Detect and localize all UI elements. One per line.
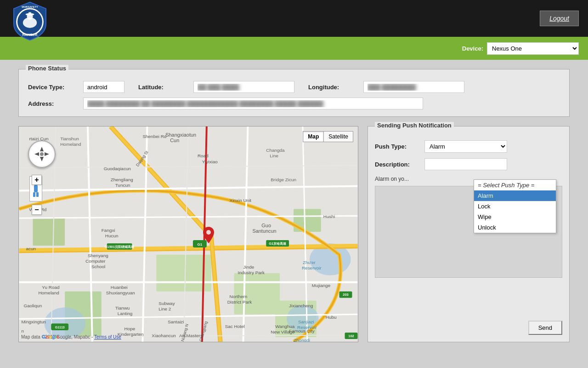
svg-text:Sac Hotel: Sac Hotel (225, 324, 245, 329)
svg-point-125 (40, 152, 44, 156)
logout-button[interactable]: Logout (540, 11, 579, 26)
push-type-select-container: = Select Push Type = Alarm Lock Wipe Unl… (424, 140, 507, 153)
svg-text:Lanting: Lanting (118, 311, 133, 316)
phone-status-panel: Phone Status Device Type: Latitude: Long… (18, 69, 570, 117)
svg-text:Hubu: Hubu (326, 315, 337, 320)
push-type-label: Push Type: (375, 143, 421, 150)
svg-point-130 (206, 230, 211, 235)
svg-text:Santuncun: Santuncun (252, 228, 276, 234)
svg-text:Jixiancheng: Jixiancheng (289, 303, 313, 308)
svg-text:203: 203 (343, 293, 348, 297)
latitude-input[interactable] (193, 81, 294, 93)
longitude-input[interactable] (363, 81, 464, 93)
svg-text:Mujiange: Mujiange (312, 283, 331, 288)
device-select[interactable]: Nexus One Device 2 (487, 42, 579, 55)
svg-text:Yiyixiao: Yiyixiao (202, 159, 218, 164)
map-type-controls: Map Satellite (303, 131, 353, 142)
svg-text:Yu Road: Yu Road (42, 285, 59, 290)
svg-text:District Park: District Park (227, 299, 252, 305)
bottom-area: G1 G1 G1501 G1501 G1113 Tianshun Homelan… (18, 126, 570, 342)
svg-text:New Village: New Village (271, 329, 295, 334)
svg-text:Homeland: Homeland (38, 290, 59, 295)
svg-text:RANGER: RANGER (23, 33, 38, 37)
svg-text:School: School (91, 264, 105, 269)
svg-text:Sanjiazi: Sanjiazi (298, 319, 314, 324)
svg-text:Shangxiaotun: Shangxiaotun (165, 132, 196, 138)
main-content: Phone Status Device Type: Latitude: Long… (0, 60, 588, 351)
map-marker (203, 227, 214, 245)
address-label: Address: (28, 100, 79, 107)
svg-text:Shenyang: Shenyang (88, 253, 108, 258)
device-type-row: Device Type: Latitude: Longitude: (28, 81, 560, 93)
dropdown-item-lock[interactable]: Lock (474, 201, 556, 212)
description-input[interactable] (424, 158, 507, 170)
address-row: Address: (28, 98, 560, 109)
dropdown-item-select[interactable]: = Select Push Type = (474, 180, 556, 190)
svg-text:Bridge Zicun: Bridge Zicun (271, 177, 296, 182)
svg-text:Shuxiangyuan: Shuxiangyuan (106, 290, 135, 295)
svg-text:Line 2: Line 2 (158, 306, 171, 311)
svg-rect-13 (33, 218, 65, 246)
push-notification-panel: Sending Push Notification Push Type: = S… (368, 126, 570, 342)
zoom-out-button[interactable]: − (32, 205, 42, 215)
map-attribution: Map data ©2012 Google, Mapabc - Terms of… (21, 334, 121, 339)
longitude-label: Longitude: (308, 84, 359, 91)
svg-text:Line: Line (270, 153, 278, 158)
map-button[interactable]: Map (303, 132, 324, 142)
dropdown-item-wipe[interactable]: Wipe (474, 212, 556, 222)
zoom-in-button[interactable]: + (32, 175, 42, 185)
svg-text:Tianwu: Tianwu (115, 305, 130, 310)
logo-icon: MOBSAFETY RANGER (9, 0, 51, 41)
svg-text:Shenbei Rd: Shenbei Rd (142, 134, 166, 139)
device-type-input[interactable] (83, 81, 124, 93)
svg-text:n: n (22, 328, 24, 334)
svg-text:Hucun: Hucun (105, 233, 119, 238)
svg-text:Hope: Hope (124, 326, 136, 331)
svg-text:Mingxingtun: Mingxingtun (22, 319, 46, 324)
svg-text:Road: Road (198, 153, 209, 158)
svg-text:Jinde: Jinde (243, 264, 254, 270)
device-label: Device: (462, 45, 483, 52)
svg-text:Fangxi: Fangxi (102, 228, 115, 233)
dropdown-item-unlock[interactable]: Unlock (474, 222, 556, 233)
satellite-button[interactable]: Satellite (324, 132, 353, 142)
latitude-label: Latitude: (138, 84, 189, 91)
push-type-row: Push Type: = Select Push Type = Alarm Lo… (375, 140, 562, 153)
svg-text:Subway: Subway (158, 301, 175, 306)
svg-rect-4 (28, 12, 31, 15)
svg-text:MOBSAFETY: MOBSAFETY (22, 6, 38, 8)
svg-text:Xinxin Unit: Xinxin Unit (230, 198, 252, 203)
address-input[interactable] (83, 98, 423, 109)
svg-text:G1: G1 (198, 242, 203, 247)
terms-link[interactable]: Terms of Use (94, 334, 121, 339)
svg-text:Cun: Cun (170, 138, 179, 143)
svg-text:Computer: Computer (85, 259, 106, 264)
phone-status-title: Phone Status (26, 65, 68, 72)
svg-marker-122 (40, 157, 44, 161)
description-row: Description: (375, 158, 562, 170)
svg-text:Gaoliqun: Gaoliqun (24, 303, 42, 308)
svg-text:Homeland: Homeland (60, 142, 81, 147)
svg-rect-129 (36, 192, 39, 197)
svg-text:Kindergarten: Kindergarten (118, 332, 144, 337)
map-nav-control[interactable] (28, 140, 56, 168)
svg-marker-121 (40, 147, 44, 151)
map-container: G1 G1 G1501 G1501 G1113 Tianshun Homelan… (18, 126, 358, 342)
svg-text:Tianshun: Tianshun (60, 136, 79, 141)
send-button[interactable]: Send (528, 321, 562, 335)
svg-text:Zhengliang: Zhengliang (111, 177, 133, 182)
device-type-label: Device Type: (28, 84, 79, 91)
logo-area: MOBSAFETY RANGER (9, 0, 51, 39)
svg-rect-128 (33, 192, 35, 197)
push-panel-title: Sending Push Notification (375, 122, 454, 129)
dropdown-item-alarm[interactable]: Alarm (474, 190, 556, 201)
svg-text:Hushi: Hushi (323, 214, 335, 219)
svg-marker-124 (45, 152, 49, 156)
svg-text:G1501沈阳绕城高速: G1501沈阳绕城高速 (104, 245, 134, 249)
push-type-select[interactable]: = Select Push Type = Alarm Lock Wipe Unl… (424, 140, 507, 153)
header: MOBSAFETY RANGER Logout (0, 0, 588, 37)
svg-rect-127 (34, 185, 38, 192)
svg-text:Zhu'er: Zhu'er (303, 260, 316, 265)
svg-text:102: 102 (348, 334, 354, 338)
svg-text:G1京哈高速: G1京哈高速 (269, 242, 287, 246)
